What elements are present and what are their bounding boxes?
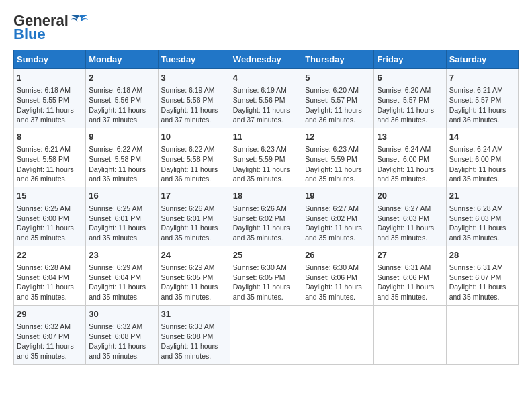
day-info: Sunrise: 6:24 AMSunset: 6:00 PMDaylight:… [377,144,443,184]
calendar-cell: 15Sunrise: 6:25 AMSunset: 6:00 PMDayligh… [14,187,86,246]
day-number: 17 [161,190,227,202]
day-info: Sunrise: 6:24 AMSunset: 6:00 PMDaylight:… [449,144,515,184]
day-number: 20 [377,190,443,202]
calendar-cell: 4Sunrise: 6:19 AMSunset: 5:56 PMDaylight… [230,69,302,128]
day-info: Sunrise: 6:32 AMSunset: 6:07 PMDaylight:… [17,322,83,361]
day-number: 2 [89,72,154,84]
day-number: 23 [89,249,154,261]
day-info: Sunrise: 6:31 AMSunset: 6:07 PMDaylight:… [449,263,515,302]
calendar-cell: 22Sunrise: 6:28 AMSunset: 6:04 PMDayligh… [14,246,86,305]
day-number: 10 [161,131,227,143]
calendar-cell: 31Sunrise: 6:33 AMSunset: 6:08 PMDayligh… [158,305,230,364]
day-number: 24 [161,249,227,261]
day-number: 27 [377,249,443,261]
day-number: 15 [17,190,83,202]
column-header-sunday: Sunday [14,50,86,69]
week-row-4: 22Sunrise: 6:28 AMSunset: 6:04 PMDayligh… [14,246,519,305]
calendar-cell: 5Sunrise: 6:20 AMSunset: 5:57 PMDaylight… [302,69,374,128]
day-info: Sunrise: 6:26 AMSunset: 6:02 PMDaylight:… [233,203,299,243]
calendar-cell: 25Sunrise: 6:30 AMSunset: 6:05 PMDayligh… [230,246,302,305]
page-header: General Blue [13,13,519,43]
day-info: Sunrise: 6:21 AMSunset: 5:58 PMDaylight:… [17,144,83,184]
day-number: 26 [305,249,371,261]
day-info: Sunrise: 6:29 AMSunset: 6:05 PMDaylight:… [161,263,227,302]
day-number: 1 [17,72,83,84]
calendar-cell: 17Sunrise: 6:26 AMSunset: 6:01 PMDayligh… [158,187,230,246]
calendar-cell: 3Sunrise: 6:19 AMSunset: 5:56 PMDaylight… [158,69,230,128]
calendar-cell: 13Sunrise: 6:24 AMSunset: 6:00 PMDayligh… [374,128,446,187]
day-info: Sunrise: 6:29 AMSunset: 6:04 PMDaylight:… [89,263,154,302]
calendar-cell: 26Sunrise: 6:30 AMSunset: 6:06 PMDayligh… [302,246,374,305]
calendar-cell: 27Sunrise: 6:31 AMSunset: 6:06 PMDayligh… [374,246,446,305]
day-info: Sunrise: 6:20 AMSunset: 5:57 PMDaylight:… [377,85,443,125]
day-info: Sunrise: 6:25 AMSunset: 6:00 PMDaylight:… [17,203,83,243]
day-number: 19 [305,190,371,202]
calendar-cell: 9Sunrise: 6:22 AMSunset: 5:58 PMDaylight… [86,128,158,187]
day-info: Sunrise: 6:20 AMSunset: 5:57 PMDaylight:… [305,85,371,125]
day-info: Sunrise: 6:19 AMSunset: 5:56 PMDaylight:… [161,85,227,125]
day-info: Sunrise: 6:22 AMSunset: 5:58 PMDaylight:… [161,144,227,184]
day-info: Sunrise: 6:32 AMSunset: 6:08 PMDaylight:… [89,322,154,361]
day-number: 16 [89,190,154,202]
calendar-cell: 24Sunrise: 6:29 AMSunset: 6:05 PMDayligh… [158,246,230,305]
calendar-cell: 1Sunrise: 6:18 AMSunset: 5:55 PMDaylight… [14,69,86,128]
day-info: Sunrise: 6:27 AMSunset: 6:02 PMDaylight:… [305,203,371,243]
day-info: Sunrise: 6:19 AMSunset: 5:56 PMDaylight:… [233,85,299,125]
day-info: Sunrise: 6:31 AMSunset: 6:06 PMDaylight:… [377,263,443,302]
calendar-header-row: SundayMondayTuesdayWednesdayThursdayFrid… [14,50,519,69]
day-number: 3 [161,72,227,84]
calendar-cell: 8Sunrise: 6:21 AMSunset: 5:58 PMDaylight… [14,128,86,187]
day-info: Sunrise: 6:21 AMSunset: 5:57 PMDaylight:… [449,85,515,125]
calendar-cell: 16Sunrise: 6:25 AMSunset: 6:01 PMDayligh… [86,187,158,246]
day-number: 4 [233,72,299,84]
calendar-cell: 19Sunrise: 6:27 AMSunset: 6:02 PMDayligh… [302,187,374,246]
day-info: Sunrise: 6:23 AMSunset: 5:59 PMDaylight:… [305,144,371,184]
calendar-cell [302,305,374,364]
day-info: Sunrise: 6:30 AMSunset: 6:06 PMDaylight:… [305,263,371,302]
column-header-tuesday: Tuesday [158,50,230,69]
day-info: Sunrise: 6:18 AMSunset: 5:56 PMDaylight:… [89,85,154,125]
day-info: Sunrise: 6:23 AMSunset: 5:59 PMDaylight:… [233,144,299,184]
day-info: Sunrise: 6:28 AMSunset: 6:04 PMDaylight:… [17,263,83,302]
day-info: Sunrise: 6:27 AMSunset: 6:03 PMDaylight:… [377,203,443,243]
day-number: 21 [449,190,515,202]
day-info: Sunrise: 6:22 AMSunset: 5:58 PMDaylight:… [89,144,154,184]
logo-blue: Blue [13,26,46,43]
calendar-cell: 14Sunrise: 6:24 AMSunset: 6:00 PMDayligh… [446,128,518,187]
day-number: 12 [305,131,371,143]
column-header-wednesday: Wednesday [230,50,302,69]
week-row-2: 8Sunrise: 6:21 AMSunset: 5:58 PMDaylight… [14,128,519,187]
day-number: 30 [89,308,154,320]
column-header-thursday: Thursday [302,50,374,69]
column-header-monday: Monday [86,50,158,69]
calendar-table: SundayMondayTuesdayWednesdayThursdayFrid… [13,50,519,365]
calendar-cell: 6Sunrise: 6:20 AMSunset: 5:57 PMDaylight… [374,69,446,128]
day-number: 7 [449,72,515,84]
day-number: 29 [17,308,83,320]
day-info: Sunrise: 6:26 AMSunset: 6:01 PMDaylight:… [161,203,227,243]
calendar-cell: 10Sunrise: 6:22 AMSunset: 5:58 PMDayligh… [158,128,230,187]
day-info: Sunrise: 6:33 AMSunset: 6:08 PMDaylight:… [161,322,227,361]
calendar-cell: 11Sunrise: 6:23 AMSunset: 5:59 PMDayligh… [230,128,302,187]
day-number: 14 [449,131,515,143]
calendar-cell: 28Sunrise: 6:31 AMSunset: 6:07 PMDayligh… [446,246,518,305]
week-row-3: 15Sunrise: 6:25 AMSunset: 6:00 PMDayligh… [14,187,519,246]
column-header-friday: Friday [374,50,446,69]
logo: General Blue [13,13,89,43]
calendar-cell [446,305,518,364]
day-number: 13 [377,131,443,143]
day-number: 8 [17,131,83,143]
week-row-1: 1Sunrise: 6:18 AMSunset: 5:55 PMDaylight… [14,69,519,128]
day-number: 11 [233,131,299,143]
day-number: 18 [233,190,299,202]
day-info: Sunrise: 6:30 AMSunset: 6:05 PMDaylight:… [233,263,299,302]
calendar-cell: 18Sunrise: 6:26 AMSunset: 6:02 PMDayligh… [230,187,302,246]
calendar-cell: 20Sunrise: 6:27 AMSunset: 6:03 PMDayligh… [374,187,446,246]
day-number: 28 [449,249,515,261]
calendar-cell: 23Sunrise: 6:29 AMSunset: 6:04 PMDayligh… [86,246,158,305]
day-number: 31 [161,308,227,320]
calendar-cell [374,305,446,364]
day-number: 6 [377,72,443,84]
week-row-5: 29Sunrise: 6:32 AMSunset: 6:07 PMDayligh… [14,305,519,364]
calendar-cell [230,305,302,364]
